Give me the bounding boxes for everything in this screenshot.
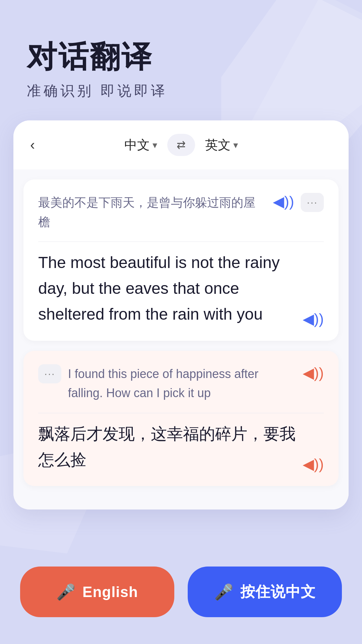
bubble-1-original: 最美的不是下雨天，是曾与你躲过雨的屋檐: [38, 193, 273, 231]
bubble-1-divider: [38, 241, 324, 242]
bottom-buttons: 🎤 English 🎤 按住说中文: [0, 553, 362, 644]
bubble-1-bottom-row: The most beautiful is not the rainy day,…: [38, 250, 324, 327]
bubble-2-more-button[interactable]: ···: [38, 364, 61, 383]
back-button[interactable]: ‹: [30, 137, 35, 153]
bubble-1-sound-button[interactable]: ◀)): [273, 193, 294, 210]
bubble-1: 最美的不是下雨天，是曾与你躲过雨的屋檐 ◀)) ··· The most bea…: [23, 179, 339, 341]
speak-chinese-button[interactable]: 🎤 按住说中文: [188, 567, 342, 617]
bubble-2-bottom-row: 飘落后才发现，这幸福的碎片，要我怎么捡 ◀)): [38, 421, 324, 473]
page-title: 对话翻译: [27, 40, 335, 73]
bubble-2-divider: [38, 413, 324, 413]
conversation-area: 最美的不是下雨天，是曾与你躲过雨的屋檐 ◀)) ··· The most bea…: [13, 169, 349, 509]
speak-chinese-label: 按住说中文: [240, 582, 316, 602]
bubble-1-translated: The most beautiful is not the rainy day,…: [38, 250, 303, 327]
mic-icon: 🎤: [56, 583, 76, 601]
speak-english-button[interactable]: 🎤 English: [20, 567, 174, 617]
topbar: ‹ 中文 ▾ ⇄ 英文 ▾: [13, 120, 349, 169]
mic-icon-chinese: 🎤: [214, 583, 234, 601]
bubble-2-original: I found this piece of happiness after fa…: [68, 367, 258, 400]
bubble-2-top-row: ··· I found this piece of happiness afte…: [38, 364, 324, 403]
target-language-button[interactable]: 英文 ▾: [205, 137, 238, 154]
header-section: 对话翻译 准确识别 即说即译: [0, 0, 362, 120]
bubble-2-translated: 飘落后才发现，这幸福的碎片，要我怎么捡: [38, 421, 303, 473]
page-subtitle: 准确识别 即说即译: [27, 82, 335, 100]
speak-english-label: English: [82, 584, 138, 600]
main-card: ‹ 中文 ▾ ⇄ 英文 ▾ 最美的不是下雨天，是曾与你躲过雨的屋檐 ◀)) ··…: [13, 120, 349, 509]
bubble-1-top-row: 最美的不是下雨天，是曾与你躲过雨的屋檐 ◀)) ···: [38, 193, 324, 231]
bubble-1-translated-sound-button[interactable]: ◀)): [303, 310, 324, 327]
language-selector: 中文 ▾ ⇄ 英文 ▾: [124, 134, 238, 156]
bubble-2-translated-sound-button[interactable]: ◀)): [303, 455, 324, 473]
bubble-2: ··· I found this piece of happiness afte…: [23, 351, 339, 486]
swap-languages-button[interactable]: ⇄: [167, 134, 195, 156]
chevron-down-icon: ▾: [153, 140, 157, 151]
chevron-down-icon: ▾: [233, 140, 238, 151]
bubble-2-sound-button[interactable]: ◀)): [303, 364, 324, 381]
bubble-1-more-button[interactable]: ···: [301, 193, 324, 212]
swap-icon: ⇄: [177, 139, 186, 151]
source-language-button[interactable]: 中文 ▾: [124, 137, 157, 154]
